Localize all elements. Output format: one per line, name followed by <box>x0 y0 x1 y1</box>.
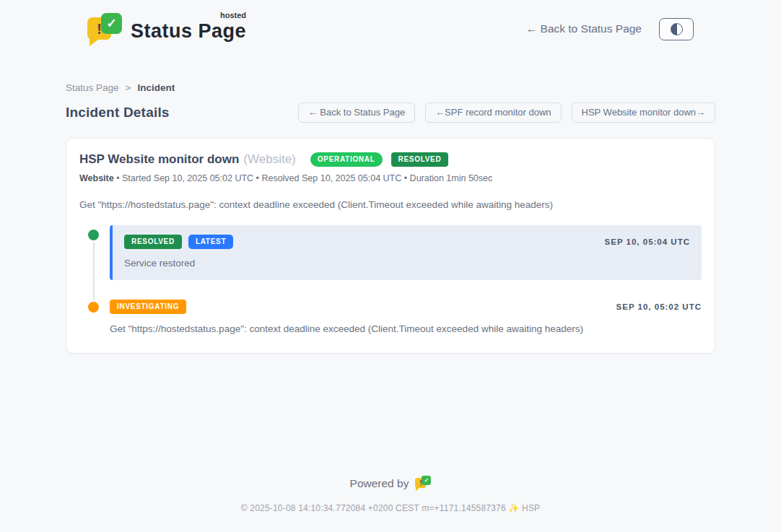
timeline-item-resolved: RESOLVED LATEST SEP 10, 05:04 UTC Servic… <box>110 225 702 280</box>
logo-hosted-superscript: hosted <box>220 12 246 19</box>
breadcrumb-incident: Incident <box>137 82 175 93</box>
site-footer: Powered by ! ✓ © 2025-10-08 14:10:34.772… <box>0 476 781 513</box>
breadcrumb-separator: > <box>126 82 131 93</box>
timeline-resolved-box: RESOLVED LATEST SEP 10, 05:04 UTC Servic… <box>110 225 702 280</box>
page-title: Incident Details <box>66 105 170 121</box>
breadcrumb-status-page[interactable]: Status Page <box>66 82 119 93</box>
timeline-investigating-body: INVESTIGATING SEP 10, 05:02 UTC Get "htt… <box>110 300 702 334</box>
footer-checkmark-icon: ✓ <box>422 476 431 485</box>
footer-logo-icon[interactable]: ! ✓ <box>415 476 431 491</box>
status-page-logo[interactable]: ! ✓ Status Page hosted <box>87 13 246 45</box>
incident-card: HSP Website monitor down (Website) OPERA… <box>66 138 715 354</box>
resolved-status-badge: RESOLVED <box>391 152 449 167</box>
timeline-investigating-badges: INVESTIGATING <box>110 300 186 314</box>
timeline-dot-investigating <box>88 302 99 313</box>
incident-nav-buttons: ← Back to Status Page ←SPF record monito… <box>298 103 715 123</box>
next-incident-button[interactable]: HSP Website monitor down→ <box>572 103 715 123</box>
timeline-investigating-message: Get "https://hostedstatus.page": context… <box>110 323 702 334</box>
incident-title: HSP Website monitor down <box>79 152 239 167</box>
timeline-resolved-badges: RESOLVED LATEST <box>124 235 233 249</box>
header-controls: ← Back to Status Page <box>526 18 694 40</box>
investigating-badge: INVESTIGATING <box>110 300 186 314</box>
site-header: ! ✓ Status Page hosted ← Back to Status … <box>66 0 715 45</box>
breadcrumb: Status Page > Incident <box>66 82 715 93</box>
logo-text: Status Page <box>131 20 246 42</box>
resolved-badge: RESOLVED <box>124 235 182 249</box>
back-to-status-page-button[interactable]: ← Back to Status Page <box>298 103 415 123</box>
timeline-item-investigating: INVESTIGATING SEP 10, 05:02 UTC Get "htt… <box>110 300 702 334</box>
incident-meta-component: Website <box>79 173 114 183</box>
incident-meta: Website • Started Sep 10, 2025 05:02 UTC… <box>79 173 702 183</box>
status-page-logo-icon: ! ✓ <box>87 13 122 45</box>
timeline-investigating-timestamp: SEP 10, 05:02 UTC <box>616 302 702 311</box>
latest-badge: LATEST <box>188 235 233 249</box>
timeline-dot-resolved <box>88 230 99 240</box>
operational-status-badge: OPERATIONAL <box>310 152 383 167</box>
incident-description: Get "https://hostedstatus.page": context… <box>79 199 702 210</box>
main-content: Status Page > Incident Incident Details … <box>66 82 715 354</box>
timeline-resolved-timestamp: SEP 10, 05:04 UTC <box>605 237 690 246</box>
powered-by-label: Powered by <box>350 477 409 490</box>
copyright-text: © 2025-10-08 14:10:34.772084 +0200 CEST … <box>0 503 781 513</box>
theme-toggle-button[interactable] <box>659 18 694 40</box>
timeline-connector-line <box>93 238 95 306</box>
logo-wordmark: Status Page hosted <box>131 13 246 41</box>
contrast-icon <box>671 23 683 35</box>
incident-component-label: (Website) <box>243 152 295 167</box>
back-to-status-page-link[interactable]: ← Back to Status Page <box>526 22 642 35</box>
incident-meta-details: • Started Sep 10, 2025 05:02 UTC • Resol… <box>114 173 493 183</box>
checkmark-icon: ✓ <box>101 13 122 34</box>
previous-incident-button[interactable]: ←SPF record monitor down <box>425 103 561 123</box>
timeline-resolved-message: Service restored <box>124 258 690 269</box>
incident-timeline: RESOLVED LATEST SEP 10, 05:04 UTC Servic… <box>79 225 702 334</box>
